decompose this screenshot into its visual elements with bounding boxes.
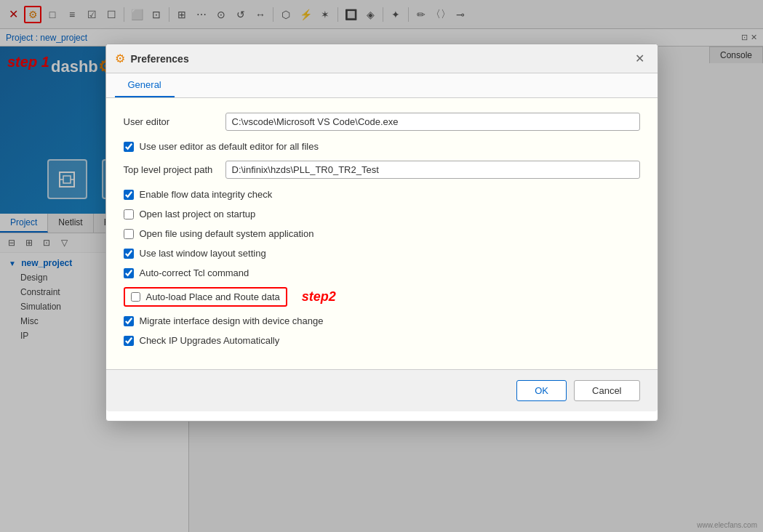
use-last-window-row: Use last window layout setting [124,248,640,259]
auto-load-label: Auto-load Place and Route data [146,291,280,302]
auto-load-row: Auto-load Place and Route data step2 [124,287,640,307]
top-level-input[interactable] [225,161,640,179]
modal-overlay: ⚙ Preferences ✕ General User editor Use … [0,0,763,532]
use-last-window-label: Use last window layout setting [140,248,266,259]
auto-correct-tcl-row: Auto-correct Tcl command [124,267,640,278]
use-last-window-checkbox[interactable] [124,249,134,259]
auto-load-checkbox[interactable] [131,292,140,302]
use-user-editor-label: Use user editor as default editor for al… [140,141,319,152]
dialog-tabs: General [106,73,658,98]
use-user-editor-row: Use user editor as default editor for al… [124,141,640,152]
enable-flow-checkbox[interactable] [124,190,134,200]
migrate-interface-checkbox[interactable] [124,316,134,326]
watermark: www.elecfans.com [697,521,757,529]
auto-load-highlight-box: Auto-load Place and Route data [124,287,287,307]
user-editor-label: User editor [124,116,218,127]
open-file-default-row: Open file using default system applicati… [124,228,640,239]
top-level-row: Top level project path [124,161,640,179]
auto-correct-tcl-label: Auto-correct Tcl command [140,267,249,278]
migrate-interface-row: Migrate interface design with device cha… [124,315,640,326]
ok-button[interactable]: OK [516,380,567,401]
user-editor-row: User editor [124,113,640,131]
cancel-button[interactable]: Cancel [574,380,639,401]
dialog-title: Preferences [131,53,631,65]
user-editor-input[interactable] [225,113,640,131]
check-ip-upgrades-row: Check IP Upgrades Automatically [124,335,640,346]
check-ip-upgrades-checkbox[interactable] [124,336,134,346]
step2-label: step2 [302,289,336,305]
open-file-default-checkbox[interactable] [124,229,134,239]
open-file-default-label: Open file using default system applicati… [140,228,314,239]
dialog-tab-general[interactable]: General [115,73,175,97]
open-last-project-checkbox[interactable] [124,209,134,219]
enable-flow-label: Enable flow data integrity check [140,189,273,200]
open-last-project-label: Open last project on startup [140,209,256,219]
use-user-editor-checkbox[interactable] [124,142,134,152]
auto-correct-tcl-checkbox[interactable] [124,268,134,278]
dialog-body: User editor Use user editor as default e… [106,98,658,369]
dialog-close-button[interactable]: ✕ [631,50,649,67]
check-ip-upgrades-label: Check IP Upgrades Automatically [140,335,280,346]
dialog-gear-icon: ⚙ [115,52,125,65]
dialog-footer: OK Cancel [106,369,658,411]
app-window: ✕ ⚙ □ ≡ ☑ ☐ ⬜ ⊡ ⊞ ⋯ ⊙ ↺ ↔ ⬡ ⚡ ✶ 🔲 ◈ ✦ ✏ … [0,0,763,532]
top-level-label: Top level project path [124,164,218,175]
enable-flow-row: Enable flow data integrity check [124,189,640,200]
migrate-interface-label: Migrate interface design with device cha… [140,315,324,326]
dialog-header: ⚙ Preferences ✕ [106,44,658,73]
open-last-project-row: Open last project on startup [124,209,640,219]
preferences-dialog: ⚙ Preferences ✕ General User editor Use … [105,44,658,422]
